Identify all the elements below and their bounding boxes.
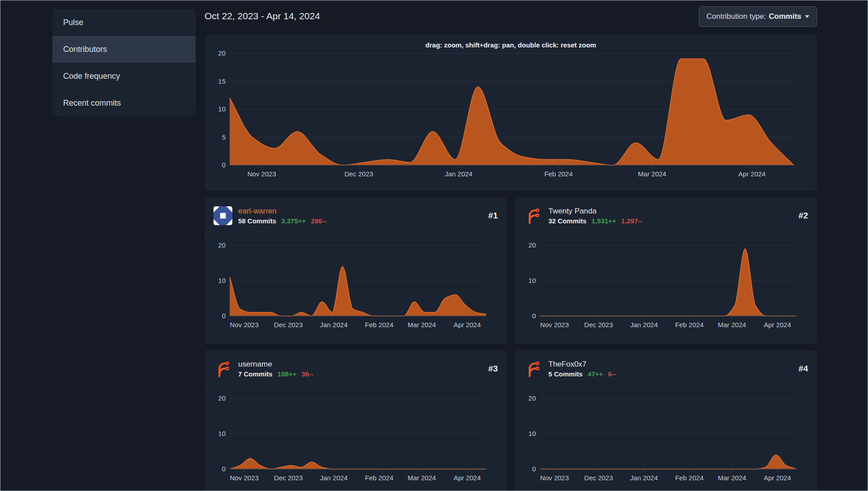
svg-text:20: 20	[218, 241, 226, 249]
contributor-card-header: TheFox0x7 5 Commits 47++ 6-- #4	[515, 350, 817, 388]
svg-text:5: 5	[222, 133, 226, 141]
contributor-card: username 7 Commits 108++ 36-- #3 01020No…	[205, 350, 507, 491]
commit-count: 32 Commits	[548, 217, 586, 225]
avatar	[524, 359, 543, 378]
svg-text:0: 0	[532, 312, 536, 320]
additions-count: 1,531++	[591, 217, 616, 225]
svg-text:15: 15	[218, 77, 226, 85]
svg-text:0: 0	[532, 465, 536, 473]
svg-text:Jan 2024: Jan 2024	[320, 321, 348, 329]
svg-text:20: 20	[218, 394, 226, 402]
svg-text:Jan 2024: Jan 2024	[320, 474, 348, 482]
sidebar-item-pulse[interactable]: Pulse	[52, 9, 196, 36]
svg-text:Apr 2024: Apr 2024	[764, 474, 791, 482]
svg-text:Apr 2024: Apr 2024	[453, 321, 481, 329]
commit-count: 7 Commits	[238, 370, 273, 378]
svg-text:Apr 2024: Apr 2024	[764, 321, 791, 329]
svg-text:Mar 2024: Mar 2024	[407, 321, 436, 329]
sidebar-item-contributors[interactable]: Contributors	[52, 36, 196, 63]
contributor-card: TheFox0x7 5 Commits 47++ 6-- #4 01020Nov…	[515, 350, 817, 491]
svg-text:Dec 2023: Dec 2023	[274, 321, 303, 329]
svg-text:0: 0	[222, 465, 226, 473]
date-range-title: Oct 22, 2023 - Apr 14, 2024	[205, 6, 320, 21]
avatar	[214, 206, 232, 225]
deletions-count: 6--	[608, 370, 616, 378]
svg-text:Nov 2023: Nov 2023	[540, 474, 569, 482]
svg-text:Feb 2024: Feb 2024	[544, 170, 573, 178]
contributor-name: username	[238, 359, 316, 369]
svg-text:Feb 2024: Feb 2024	[365, 474, 393, 482]
contributor-card-header: Twenty Panda 32 Commits 1,531++ 1,297-- …	[515, 197, 817, 235]
svg-text:20: 20	[528, 394, 536, 402]
svg-text:Jan 2024: Jan 2024	[445, 170, 473, 178]
chevron-down-icon	[805, 15, 809, 18]
overall-contributions-chart[interactable]: 05101520Nov 2023Dec 2023Jan 2024Feb 2024…	[212, 49, 810, 183]
contributor-identity: Twenty Panda 32 Commits 1,531++ 1,297--	[548, 206, 646, 225]
contributor-chart[interactable]: 01020Nov 2023Dec 2023Jan 2024Feb 2024Mar…	[522, 388, 810, 486]
contributor-name: Twenty Panda	[548, 206, 646, 216]
activity-nav: PulseContributorsCode frequencyRecent co…	[52, 9, 196, 116]
commit-count: 58 Commits	[238, 217, 276, 225]
svg-text:20: 20	[218, 49, 226, 57]
svg-text:Mar 2024: Mar 2024	[638, 170, 666, 178]
page-header: Oct 22, 2023 - Apr 14, 2024 Contribution…	[205, 0, 817, 35]
svg-text:Dec 2023: Dec 2023	[584, 321, 613, 329]
contributor-stats: 7 Commits 108++ 36--	[238, 370, 316, 378]
contributor-card-header: earl-warren 58 Commits 3,375++ 286-- #1	[205, 197, 507, 235]
deletions-count: 1,297--	[621, 217, 642, 225]
contributor-name[interactable]: earl-warren	[238, 206, 329, 216]
overall-contributions-panel: drag: zoom, shift+drag: pan, double clic…	[205, 35, 817, 191]
contribution-type-dropdown[interactable]: Contribution type: Commits	[699, 6, 817, 27]
svg-text:10: 10	[218, 430, 226, 437]
svg-text:20: 20	[528, 241, 536, 249]
contribution-type-label: Contribution type:	[706, 12, 766, 21]
rank-badge: #4	[799, 364, 808, 374]
svg-text:Feb 2024: Feb 2024	[675, 321, 703, 329]
svg-text:Mar 2024: Mar 2024	[718, 474, 746, 482]
rank-badge: #3	[488, 364, 498, 374]
additions-count: 3,375++	[281, 217, 306, 225]
activity-page: { "header": { "date_range": "Oct 22, 202…	[0, 0, 868, 491]
svg-text:10: 10	[218, 105, 226, 113]
contributor-chart[interactable]: 01020Nov 2023Dec 2023Jan 2024Feb 2024Mar…	[212, 235, 500, 333]
svg-text:Mar 2024: Mar 2024	[407, 474, 436, 482]
deletions-count: 286--	[311, 217, 326, 225]
forgejo-logo-icon	[524, 359, 543, 378]
additions-count: 47++	[588, 370, 603, 378]
contributor-identity: username 7 Commits 108++ 36--	[238, 359, 316, 378]
contributor-chart[interactable]: 01020Nov 2023Dec 2023Jan 2024Feb 2024Mar…	[522, 235, 810, 333]
additions-count: 108++	[278, 370, 297, 378]
svg-text:0: 0	[222, 161, 226, 169]
svg-text:Apr 2024: Apr 2024	[453, 474, 481, 482]
contributor-stats: 58 Commits 3,375++ 286--	[238, 217, 329, 225]
svg-text:Mar 2024: Mar 2024	[718, 321, 746, 329]
svg-text:Jan 2024: Jan 2024	[630, 474, 658, 482]
svg-text:Nov 2023: Nov 2023	[230, 321, 259, 329]
contribution-type-value: Commits	[769, 12, 801, 21]
deletions-count: 36--	[302, 370, 314, 378]
svg-text:10: 10	[218, 277, 226, 284]
avatar	[524, 206, 543, 225]
contributor-stats: 32 Commits 1,531++ 1,297--	[548, 217, 646, 225]
identicon-avatar	[214, 206, 232, 225]
main-content: Oct 22, 2023 - Apr 14, 2024 Contribution…	[205, 0, 817, 491]
contributor-card-header: username 7 Commits 108++ 36-- #3	[205, 350, 507, 388]
rank-badge: #2	[799, 211, 808, 221]
svg-text:Feb 2024: Feb 2024	[675, 474, 703, 482]
svg-text:10: 10	[528, 430, 536, 437]
svg-text:0: 0	[222, 312, 226, 320]
contributor-chart[interactable]: 01020Nov 2023Dec 2023Jan 2024Feb 2024Mar…	[212, 388, 500, 486]
forgejo-logo-icon	[214, 359, 232, 378]
svg-text:Apr 2024: Apr 2024	[738, 170, 765, 178]
contributor-identity: TheFox0x7 5 Commits 47++ 6--	[548, 359, 620, 378]
sidebar-item-code-frequency[interactable]: Code frequency	[52, 63, 196, 90]
svg-text:Feb 2024: Feb 2024	[365, 321, 393, 329]
contributor-identity: earl-warren 58 Commits 3,375++ 286--	[238, 206, 329, 225]
contributor-card: earl-warren 58 Commits 3,375++ 286-- #1 …	[205, 197, 507, 344]
contributor-cards: earl-warren 58 Commits 3,375++ 286-- #1 …	[205, 197, 817, 491]
svg-text:Dec 2023: Dec 2023	[584, 474, 613, 482]
sidebar-item-recent-commits[interactable]: Recent commits	[52, 90, 196, 116]
avatar	[214, 359, 232, 378]
svg-text:Dec 2023: Dec 2023	[274, 474, 303, 482]
forgejo-logo-icon	[524, 206, 543, 225]
